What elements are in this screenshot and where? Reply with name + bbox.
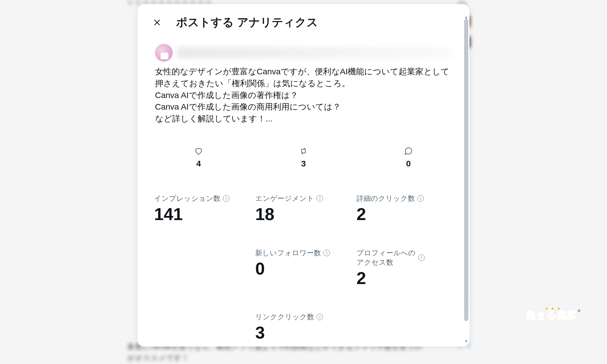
author-name-redacted [177,47,452,59]
info-icon[interactable]: i [317,195,323,202]
retweet-icon [299,147,308,155]
analytics-modal: ▴ ▾ ポストする アナリティクス 女性的なデザインが豊富なCanvaですが、便… [138,4,469,347]
metric-detail-clicks: 詳細のクリック数 i 2 [357,194,453,223]
metric-impressions: インプレッション数 i 141 [154,194,250,223]
post-text: 女性的なデザインが豊富なCanvaですが、便利なAI機能について起業家として押さ… [155,66,452,125]
reply-icon [404,147,413,155]
modal-body: 女性的なデザインが豊富なCanvaですが、便利なAI機能について起業家として押さ… [138,37,469,341]
post-author-row [155,44,452,62]
metric-label: プロフィールへのアクセス数 [357,248,416,267]
close-icon [153,18,161,27]
metric-value: 0 [255,260,352,277]
metric-new-followers: 新しいフォロワー数 i 0 [255,248,352,287]
metric-value: 3 [255,324,352,341]
metric-empty [154,312,250,341]
info-icon[interactable]: i [418,254,425,261]
retweets-count: 3 [301,159,306,169]
metric-label: インプレッション数 [154,194,221,203]
metric-label: 詳細のクリック数 [357,194,415,203]
metric-label: エンゲージメント [255,194,314,203]
modal-title: ポストする アナリティクス [176,15,318,30]
metric-engagements: エンゲージメント i 18 [255,194,352,223]
retweets-stat[interactable]: 3 [251,147,356,169]
info-icon[interactable]: i [223,195,229,202]
metric-label: 新しいフォロワー数 [255,248,321,258]
scroll-up-arrow[interactable]: ▴ [464,15,468,19]
scrollbar-thumb[interactable] [464,19,468,321]
metric-link-clicks: リンククリック数 i 3 [255,312,352,341]
replies-stat[interactable]: 0 [356,147,461,169]
metric-empty [357,312,453,341]
info-icon[interactable]: i [417,195,424,202]
info-icon[interactable]: i [317,314,323,320]
engagement-bar: 4 3 0 [146,139,461,176]
scroll-down-arrow[interactable]: ▾ [464,339,468,343]
post-card[interactable]: 女性的なデザインが豊富なCanvaですが、便利なAI機能について起業家として押さ… [146,37,461,133]
metric-value: 141 [154,206,250,223]
info-icon[interactable]: i [323,250,330,256]
metric-label: リンククリック数 [255,312,314,322]
metric-profile-visits: プロフィールへのアクセス数 i 2 [357,248,453,287]
metric-empty [154,248,250,287]
heart-icon [194,147,203,155]
metric-value: 2 [357,206,453,223]
metrics-grid: インプレッション数 i 141 エンゲージメント i 18 詳細のクリック数 [146,194,461,341]
close-button[interactable] [151,16,164,29]
registered-mark: ® [578,309,580,313]
likes-stat[interactable]: 4 [146,147,251,169]
avatar[interactable] [155,44,173,62]
replies-count: 0 [406,159,411,169]
watermark-logo: ● ● ● 集まる集客® [526,306,580,323]
metric-value: 2 [357,270,453,287]
modal-header: ポストする アナリティクス [138,4,469,37]
metric-value: 18 [255,206,352,223]
watermark-text: 集まる集客 [526,310,577,321]
likes-count: 4 [196,159,201,169]
